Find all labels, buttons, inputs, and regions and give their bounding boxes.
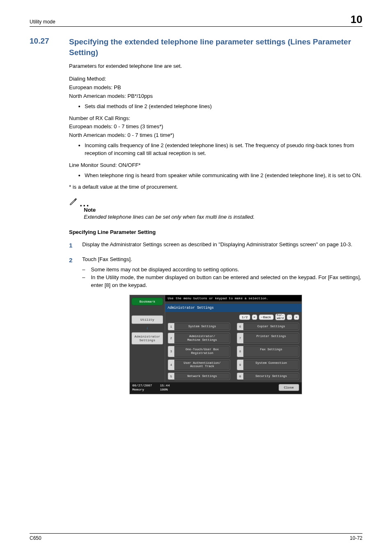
footer-date: 09/27/2007 bbox=[132, 384, 152, 387]
menu-button-label: One-Touch/User Box Registration bbox=[175, 346, 230, 356]
running-head-left: Utility mode bbox=[30, 19, 55, 25]
back-button[interactable]: ←Back bbox=[259, 314, 274, 320]
nav-next-icon[interactable]: → bbox=[287, 314, 292, 320]
menu-button-number: 9 bbox=[237, 360, 244, 370]
menu-button-label: System Connection bbox=[244, 360, 299, 370]
menu-button-1[interactable]: 1System Settings bbox=[168, 323, 230, 331]
forward-button[interactable]: For- ward bbox=[275, 314, 286, 320]
step-2-intro: Touch [Fax Settings]. bbox=[82, 256, 362, 264]
rx-na: North American models: 0 - 7 times (1 ti… bbox=[69, 132, 362, 139]
menu-button-4[interactable]: 4User Authentication/ Account Track bbox=[168, 359, 230, 370]
dial-bullet: Sets dial methods of line 2 (extended te… bbox=[85, 103, 362, 111]
monitor-bullet: When telephone ring is heard from speake… bbox=[85, 172, 362, 180]
note-text: Extended telephone lines can be set only… bbox=[84, 214, 362, 220]
menu-button-label: System Settings bbox=[175, 323, 230, 330]
menu-button-number: 1 bbox=[168, 323, 175, 330]
step-number-2: 2 bbox=[69, 256, 75, 289]
dial-na: North American models: PB*/10pps bbox=[69, 92, 362, 100]
menu-button-0[interactable]: 0Security Settings bbox=[237, 372, 299, 380]
menu-button-number: 4 bbox=[168, 360, 175, 370]
menu-button-7[interactable]: 7Printer Settings bbox=[237, 333, 299, 344]
panel-title: Administrator Settings bbox=[165, 304, 302, 312]
menu-button-number: 7 bbox=[237, 333, 244, 343]
footer-memory-label: Memory bbox=[132, 388, 144, 391]
menu-button-label: User Authentication/ Account Track bbox=[175, 360, 230, 370]
dial-eu: European models: PB bbox=[69, 84, 362, 92]
rx-heading: Number of RX Call Rings: bbox=[69, 115, 362, 123]
menu-button-2[interactable]: 2Administrator/ Machine Settings bbox=[168, 333, 230, 344]
instruction-text: Use the menu buttons or keypad to make a… bbox=[165, 295, 302, 301]
default-note: * is a default value at the time of proc… bbox=[69, 183, 362, 191]
page-indicator: 1/2 bbox=[239, 314, 250, 320]
menu-button-number: 0 bbox=[237, 373, 244, 380]
section-number: 10.27 bbox=[30, 37, 64, 58]
nav-last-icon[interactable]: » bbox=[294, 314, 299, 320]
bookmark-button[interactable]: Bookmark bbox=[131, 298, 163, 305]
monitor-heading: Line Monitor Sound: ON/OFF* bbox=[69, 162, 362, 169]
footer-model: C650 bbox=[30, 535, 42, 541]
dial-heading: Dialing Method: bbox=[69, 75, 362, 83]
note-icon bbox=[69, 197, 78, 206]
section-title: Specifying the extended telephone line p… bbox=[69, 37, 362, 58]
nav-first-icon[interactable]: « bbox=[252, 314, 257, 320]
menu-button-number: 5 bbox=[168, 373, 175, 380]
intro-para: Parameters for extended telephone line a… bbox=[69, 62, 362, 70]
menu-button-number: 8 bbox=[237, 346, 244, 356]
admin-settings-screenshot: Bookmark Utility ↓ Administrator Setting… bbox=[129, 295, 302, 394]
menu-button-label: Administrator/ Machine Settings bbox=[175, 333, 230, 343]
menu-button-8[interactable]: 8Fax Settings bbox=[237, 346, 299, 357]
utility-button[interactable]: Utility bbox=[131, 315, 163, 324]
footer-rule bbox=[30, 533, 362, 534]
admin-settings-crumb[interactable]: Administrator Settings bbox=[131, 332, 163, 345]
footer-page: 10-72 bbox=[350, 535, 362, 541]
footer-time: 15:44 bbox=[160, 384, 170, 387]
close-button[interactable]: Close bbox=[279, 384, 299, 391]
step-2-dash-b: In the Utility mode, the number displaye… bbox=[91, 274, 362, 289]
rx-bullet: Incoming calls frequency of line 2 (exte… bbox=[85, 142, 362, 157]
menu-button-number: 3 bbox=[168, 346, 175, 356]
subheading: Specifying Line Parameter Setting bbox=[69, 229, 362, 235]
rx-eu: European models: 0 - 7 times (3 times*) bbox=[69, 123, 362, 131]
menu-button-6[interactable]: 6Copier Settings bbox=[237, 323, 299, 331]
menu-button-number: 6 bbox=[237, 323, 244, 330]
menu-button-label: Fax Settings bbox=[244, 346, 299, 356]
menu-button-number: 2 bbox=[168, 333, 175, 343]
menu-button-label: Copier Settings bbox=[244, 323, 299, 330]
menu-button-9[interactable]: 9System Connection bbox=[237, 359, 299, 370]
menu-button-5[interactable]: 5Network Settings bbox=[168, 372, 230, 380]
menu-button-label: Network Settings bbox=[175, 373, 230, 380]
step-1-text: Display the Administrator Settings scree… bbox=[82, 241, 362, 250]
footer-memory-value: 100% bbox=[160, 388, 168, 391]
menu-button-label: Security Settings bbox=[244, 373, 299, 380]
menu-button-label: Printer Settings bbox=[244, 333, 299, 343]
menu-button-3[interactable]: 3One-Touch/User Box Registration bbox=[168, 346, 230, 357]
note-dots-icon: ... bbox=[80, 201, 90, 206]
arrow-down-icon: ↓ bbox=[131, 326, 163, 331]
header-rule bbox=[30, 26, 362, 27]
note-label: Note bbox=[84, 207, 362, 213]
chapter-number: 10 bbox=[350, 14, 362, 25]
step-number-1: 1 bbox=[69, 241, 75, 250]
step-2-dash-a: Some items may not be displayed accordin… bbox=[91, 266, 239, 274]
